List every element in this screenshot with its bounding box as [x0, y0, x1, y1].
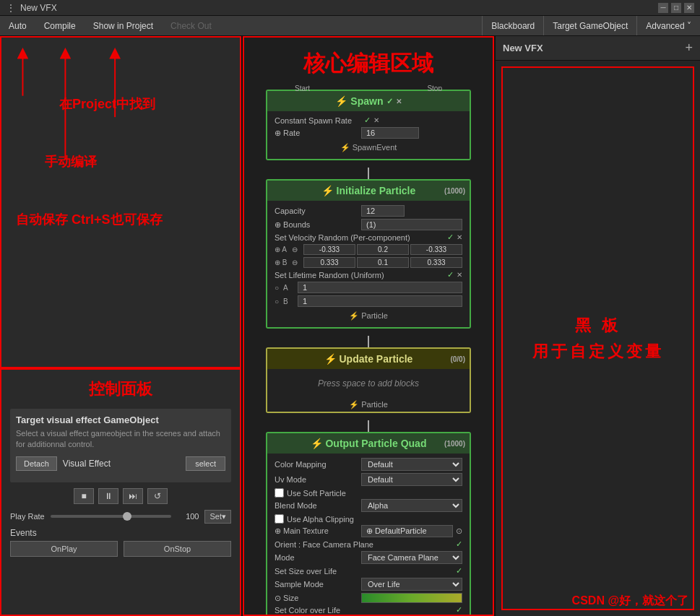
spawn-node: ⚡ Spawn ✓ ✕ Constant Spawn Rate ✓ ✕ ⊕ Ra… — [266, 90, 471, 160]
out-orient-check: ✓ — [456, 539, 462, 549]
out-mode-select[interactable]: Face Camera Plane — [361, 551, 462, 564]
spawn-expand[interactable]: ✕ — [396, 97, 402, 105]
vel-b-x[interactable]: 0.333 — [303, 257, 355, 268]
init-body: Capacity ⊕ Bounds (1) Set Velocity Rando… — [267, 201, 470, 327]
vel-a-x[interactable]: -0.333 — [303, 244, 355, 255]
menu-advanced[interactable]: Advanced ˅ — [636, 16, 700, 35]
init-lifetime-label-row: Set Lifetime Random (Uniform) ✓ ✕ — [275, 270, 462, 279]
init-capacity-input[interactable] — [361, 205, 405, 217]
target-desc: Select a visual effect gameobject in the… — [16, 428, 225, 451]
init-connector: ⚡ Particle — [275, 309, 462, 323]
annotation-text-auto: 自动保存 Ctrl+S也可保存 — [16, 211, 163, 229]
out-mode-row: Mode Face Camera Plane — [275, 551, 462, 564]
vel-a-y[interactable]: 0.2 — [357, 244, 409, 255]
init-bounds-value: (1) — [361, 219, 462, 230]
size-gradient-bar — [361, 593, 462, 603]
restart-button[interactable]: ↺ — [147, 488, 168, 504]
spawn-rate-row: Constant Spawn Rate ✓ ✕ — [275, 116, 462, 125]
onstop-button[interactable]: OnStop — [124, 541, 231, 557]
events-row: OnPlay OnStop — [10, 541, 231, 557]
menu-show-in-project[interactable]: Show in Project — [85, 16, 162, 35]
spawn-rate-val-label: ⊕ Rate — [275, 129, 361, 138]
spawn-label: ⚡ Spawn — [335, 95, 383, 107]
minimize-button[interactable]: ─ — [658, 3, 668, 13]
lifetime-check: ✓ — [447, 270, 454, 279]
pause-button[interactable]: ⏸ — [98, 488, 118, 504]
menu-blackboard[interactable]: Blackboard — [482, 16, 543, 35]
lifetime-expand[interactable]: ✕ — [457, 271, 462, 279]
init-vel-b-row: ⊕ B ⊖ 0.333 0.1 0.333 — [275, 257, 462, 268]
out-soft-check[interactable] — [275, 488, 284, 498]
play-rate-slider[interactable] — [51, 515, 172, 518]
out-uv-mode: Uv Mode Default — [275, 473, 462, 486]
right-panel: New VFX + 黑 板用于自定义变量 — [494, 36, 700, 616]
spawn-body: Constant Spawn Rate ✓ ✕ ⊕ Rate ⚡ SpawnEv… — [267, 111, 470, 159]
velocity-expand[interactable]: ✕ — [457, 233, 462, 241]
menu-compile[interactable]: Compile — [35, 16, 85, 35]
playback-controls: ■ ⏸ ⏭ ↺ — [10, 488, 231, 504]
lt-b-label: B — [283, 298, 298, 305]
maximize-button[interactable]: □ — [671, 3, 681, 13]
init-velocity-label: Set Velocity Random (Per-component) — [275, 233, 444, 242]
annotation-area: 在Project中找到 手动编译 自动保存 Ctrl+S也可保存 — [0, 36, 241, 368]
slider-thumb[interactable] — [123, 512, 131, 521]
out-tex-icon[interactable]: ⊙ — [456, 526, 462, 536]
init-bounds-row: ⊕ Bounds (1) — [275, 219, 462, 230]
add-button[interactable]: + — [685, 40, 693, 56]
annotation-arrows — [1, 38, 240, 367]
out-alpha-check[interactable] — [275, 514, 284, 524]
target-section: Target visual effect GameObject Select a… — [10, 409, 231, 482]
lt-a-dot: ○ — [275, 284, 283, 292]
out-blend-select[interactable]: Alpha — [361, 499, 462, 512]
init-to-update-line — [368, 336, 369, 347]
out-orient-label: Orient : Face Camera Plane — [275, 540, 453, 549]
vel-a-z[interactable]: -0.333 — [410, 244, 462, 255]
out-sample-select[interactable]: Over Life — [361, 578, 462, 591]
velocity-check: ✓ — [447, 233, 454, 242]
vel-a-values: -0.333 0.2 -0.333 — [303, 244, 462, 255]
detach-button[interactable]: Detach — [16, 456, 57, 471]
output-badge: (1000) — [444, 440, 465, 448]
spawn-connector: ⚡ SpawnEvent — [275, 141, 462, 155]
stop-button[interactable]: ■ — [74, 488, 94, 504]
spawn-node-header: ⚡ Spawn ✓ ✕ — [267, 91, 470, 111]
output-body: Color Mapping Default Uv Mode Default Us… — [267, 454, 470, 616]
nodes-area[interactable]: Start Stop ⚡ Spawn ✓ ✕ Constant Spawn Ra… — [244, 84, 493, 616]
close-button[interactable]: ✕ — [684, 3, 694, 13]
center-panel: 核心编辑区域 Start Stop ⚡ Spawn ✓ ✕ Constant S… — [243, 36, 494, 616]
spawn-rate-input[interactable] — [361, 127, 419, 139]
lt-b-input[interactable] — [298, 295, 462, 307]
menu-auto[interactable]: Auto — [0, 16, 35, 35]
out-soft-label: Use Soft Particle — [287, 489, 346, 498]
out-size-life-label: Set Size over Life — [275, 567, 453, 576]
play-rate-row: Play Rate 100 Set▾ — [10, 510, 231, 524]
vel-b-y[interactable]: 0.1 — [357, 257, 409, 268]
select-button[interactable]: select — [186, 456, 225, 471]
vel-b-z[interactable]: 0.333 — [410, 257, 462, 268]
window-controls: ─ □ ✕ — [658, 3, 694, 13]
set-button[interactable]: Set▾ — [204, 510, 231, 524]
center-label: 核心编辑区域 — [244, 38, 493, 79]
update-body: Press space to add blocks — [267, 369, 470, 398]
init-node: ⚡ Initialize Particle (1000) Capacity ⊕ … — [266, 179, 471, 329]
init-lt-a-row: ○ A — [275, 282, 462, 293]
out-uv-select[interactable]: Default — [361, 473, 462, 486]
menu-target-gameobject[interactable]: Target GameObject — [543, 16, 636, 35]
spawn-rate-check: ✓ — [364, 116, 371, 125]
update-node-header: ⚡ Update Particle (0/0) — [267, 349, 470, 369]
update-connector: ⚡ Particle — [267, 398, 470, 412]
out-cm-select[interactable]: Default — [361, 458, 462, 471]
out-size-row: ⊙ Size — [275, 593, 462, 603]
step-button[interactable]: ⏭ — [123, 488, 143, 504]
out-main-texture: ⊕ Main Texture ⊕ DefaultParticle ⊙ — [275, 525, 462, 537]
lt-a-input[interactable] — [298, 282, 462, 293]
output-node: ⚡ Output Particle Quad (1000) Color Mapp… — [266, 432, 471, 616]
spawn-rate-expand[interactable]: ✕ — [373, 116, 379, 124]
events-label: Events — [10, 528, 231, 538]
out-mode-label: Mode — [275, 553, 361, 562]
onplay-button[interactable]: OnPlay — [10, 541, 118, 557]
window-title: New VFX — [20, 3, 57, 13]
out-alpha-clipping: Use Alpha Clipping — [275, 514, 462, 524]
init-badge: (1000) — [444, 187, 465, 195]
vel-b-x-label: ⊖ — [292, 259, 301, 266]
